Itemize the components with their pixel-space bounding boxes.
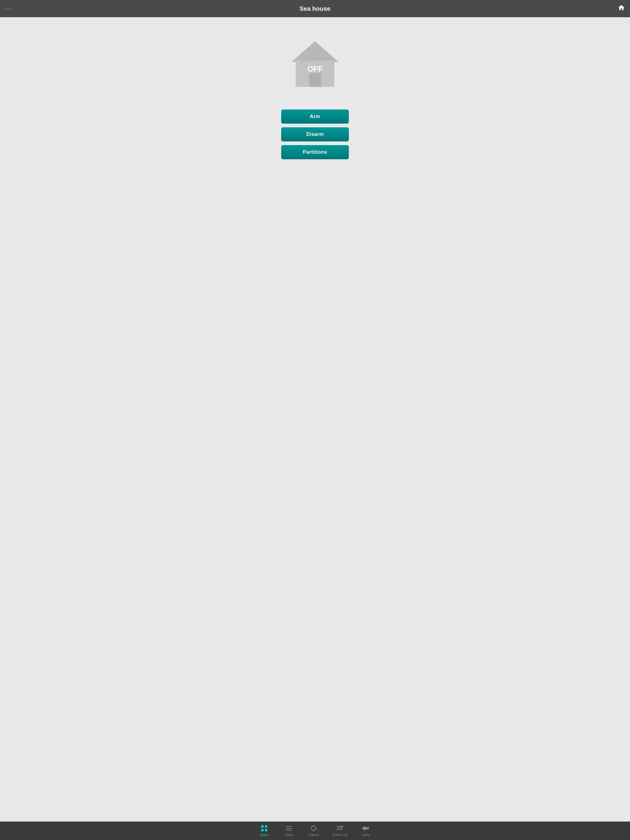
svg-rect-4 <box>261 825 264 828</box>
status-text: OFF <box>307 65 323 73</box>
tab-status-label: Status <box>260 833 269 837</box>
page-title: Sea house <box>300 5 330 12</box>
tab-inputs-label: Inputs <box>285 833 293 837</box>
tab-outputs-label: Outputs <box>308 833 319 837</box>
svg-rect-18 <box>337 829 343 830</box>
svg-marker-21 <box>367 827 369 830</box>
outputs-icon <box>310 825 317 833</box>
tab-status[interactable]: Status <box>252 821 277 840</box>
tab-video-label: Video <box>362 833 369 837</box>
inputs-icon <box>285 825 292 833</box>
main-content: OFF Arm Disarm Partitions <box>0 17 630 821</box>
svg-rect-20 <box>362 827 367 830</box>
svg-rect-7 <box>265 829 268 831</box>
partitions-button[interactable]: Partitions <box>281 145 349 159</box>
tab-bar: Status Inputs Outputs <box>0 821 630 840</box>
svg-point-19 <box>341 826 343 827</box>
house-icon-container: OFF <box>287 36 343 91</box>
svg-rect-5 <box>265 825 268 828</box>
svg-rect-9 <box>286 828 292 829</box>
svg-rect-16 <box>337 826 341 827</box>
tab-events-log[interactable]: Events Log <box>326 821 353 840</box>
svg-rect-17 <box>337 828 343 828</box>
menu-dots-button[interactable]: ··· <box>5 6 11 12</box>
tab-inputs[interactable]: Inputs <box>277 821 301 840</box>
svg-rect-6 <box>261 829 264 831</box>
svg-rect-3 <box>301 52 306 62</box>
home-icon[interactable] <box>618 4 625 13</box>
house-status-icon: OFF <box>287 36 343 91</box>
disarm-button[interactable]: Disarm <box>281 127 349 141</box>
status-icon <box>261 825 268 833</box>
svg-point-11 <box>311 826 316 831</box>
svg-rect-10 <box>286 830 292 831</box>
tab-events-log-label: Events Log <box>332 833 347 837</box>
buttons-container: Arm Disarm Partitions <box>0 109 630 159</box>
svg-marker-0 <box>291 41 339 62</box>
events-log-icon <box>336 825 343 833</box>
arm-button[interactable]: Arm <box>281 109 349 123</box>
tab-video[interactable]: Video <box>353 821 378 840</box>
svg-rect-8 <box>286 826 292 827</box>
tab-outputs[interactable]: Outputs <box>301 821 326 840</box>
svg-rect-2 <box>309 73 321 87</box>
video-icon <box>362 825 369 833</box>
header: ··· Sea house <box>0 0 630 17</box>
